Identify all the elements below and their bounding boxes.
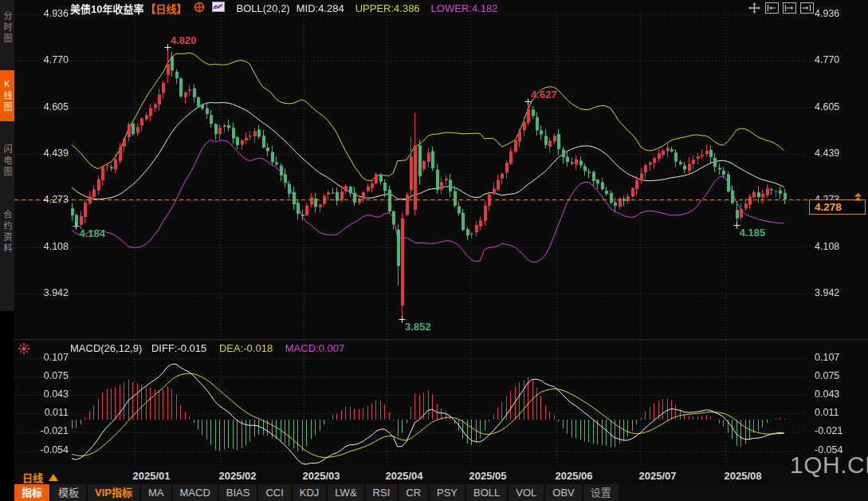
window-controls bbox=[748, 2, 814, 14]
zoom-in-range-icon[interactable] bbox=[765, 2, 779, 14]
toolbar-item-15[interactable]: 设置 bbox=[583, 484, 620, 501]
macd-y-axis-label-right: 0.043 bbox=[815, 389, 839, 400]
macd-header: MACD(26,12,9) DIFF:-0.015 DEA:-0.018 MAC… bbox=[70, 342, 344, 354]
main-y-axis-label-left: 4.605 bbox=[21, 101, 69, 112]
toolbar-item-7[interactable]: KDJ bbox=[293, 484, 328, 501]
x-axis-label: 2025/06 bbox=[556, 470, 593, 482]
macd-y-axis-label-left: -0.054 bbox=[21, 444, 69, 456]
macd-y-axis-label-right: 0.011 bbox=[815, 407, 839, 418]
mini-chart-icon[interactable] bbox=[212, 2, 225, 14]
toolbar-item-3[interactable]: MA bbox=[141, 484, 173, 501]
x-axis-label: 2025/04 bbox=[386, 470, 423, 482]
toolbar-item-12[interactable]: BOLL bbox=[466, 484, 509, 501]
indicator-settings-icon[interactable] bbox=[18, 342, 30, 355]
main-y-axis-label-right: 4.439 bbox=[815, 148, 839, 159]
x-axis-label: 2025/05 bbox=[469, 470, 507, 482]
main-chart-header: 美债10年收益率【日线】 BOLL(20,2) MID:4.284 UPPER:… bbox=[70, 2, 497, 14]
price-annotation: 4.184 bbox=[79, 227, 105, 239]
price-up-arrows-icon bbox=[853, 191, 863, 205]
toolbar-item-1[interactable]: 模板 bbox=[51, 484, 88, 501]
macd-indicator-label: MACD(26,12,9) bbox=[70, 342, 142, 354]
x-axis-label: 2025/08 bbox=[725, 470, 762, 482]
boll-indicator-label: BOLL(20,2) bbox=[236, 2, 289, 14]
toolbar-item-0[interactable]: 指标 bbox=[14, 484, 51, 501]
sidebar: 分时图K线图闪电图合约资料 bbox=[0, 0, 14, 501]
macd-y-axis-label-left: 0.075 bbox=[21, 370, 69, 381]
watermark: 1QH.CN bbox=[790, 452, 868, 479]
x-axis-label: 2025/02 bbox=[219, 470, 257, 482]
macd-dea-value: DEA:-0.018 bbox=[219, 342, 273, 354]
main-y-axis-label-left: 4.439 bbox=[21, 148, 69, 159]
main-y-axis-label-left: 4.936 bbox=[21, 8, 69, 19]
toolbar-item-6[interactable]: CCI bbox=[258, 484, 292, 501]
macd-y-axis-label-right: 0.107 bbox=[815, 352, 839, 363]
indicator-toolbar: 指标模板VIP指标MAMACDBIASCCIKDJLW&RSICRPSYBOLL… bbox=[14, 484, 868, 501]
toolbar-item-10[interactable]: CR bbox=[399, 484, 430, 501]
x-axis-label: 2025/01 bbox=[133, 470, 171, 482]
toolbar-item-8[interactable]: LW& bbox=[328, 484, 365, 501]
x-axis-label: 2025/03 bbox=[303, 470, 340, 482]
period-selector[interactable]: 日线 bbox=[22, 470, 58, 485]
macd-macd-value: MACD:0.007 bbox=[285, 342, 344, 354]
macd-y-axis-label-left: 0.011 bbox=[21, 407, 69, 418]
main-y-axis-label-left: 4.273 bbox=[21, 194, 69, 205]
toolbar-item-14[interactable]: OBV bbox=[545, 484, 583, 501]
price-annotation: 4.185 bbox=[740, 227, 766, 239]
main-y-axis-label-right: 4.605 bbox=[815, 101, 839, 112]
main-y-axis-label-left: 4.770 bbox=[21, 54, 69, 65]
macd-y-axis-label-right: 0.075 bbox=[815, 370, 839, 381]
toolbar-item-4[interactable]: MACD bbox=[173, 484, 219, 501]
zoom-out-range-icon[interactable] bbox=[783, 2, 796, 14]
boll-lower-value: LOWER:4.182 bbox=[431, 2, 498, 14]
macd-y-axis-label-right: -0.021 bbox=[815, 425, 842, 436]
boll-mid-value: MID:4.284 bbox=[297, 2, 344, 14]
sidebar-tab-1[interactable]: K线图 bbox=[0, 70, 14, 121]
period-tag: 【日线】 bbox=[145, 1, 187, 16]
chart-canvas[interactable] bbox=[0, 0, 868, 501]
macd-y-axis-label-left: 0.043 bbox=[21, 389, 69, 400]
main-y-axis-label-right: 4.770 bbox=[815, 54, 839, 65]
sidebar-tab-3[interactable]: 合约资料 bbox=[0, 196, 14, 268]
toolbar-item-5[interactable]: BIAS bbox=[219, 484, 259, 501]
main-y-axis-label-right: 4.108 bbox=[815, 241, 839, 252]
period-selector-label: 日线 bbox=[22, 470, 43, 485]
price-annotation: 4.627 bbox=[531, 89, 557, 101]
price-annotation: 3.852 bbox=[405, 321, 431, 333]
main-y-axis-label-right: 4.936 bbox=[815, 8, 839, 19]
macd-y-axis-label-left: -0.021 bbox=[21, 425, 69, 436]
pan-right-icon[interactable] bbox=[800, 2, 814, 14]
macd-diff-value: DIFF:-0.015 bbox=[151, 342, 206, 354]
instrument-title: 美债10年收益率 bbox=[70, 1, 143, 16]
sidebar-tab-0[interactable]: 分时图 bbox=[0, 2, 14, 54]
price-annotation: 4.820 bbox=[171, 34, 197, 46]
pan-crosshair-icon[interactable] bbox=[748, 2, 761, 14]
main-y-axis-label-right: 3.942 bbox=[815, 287, 839, 298]
toolbar-item-9[interactable]: RSI bbox=[366, 484, 399, 501]
target-icon[interactable] bbox=[194, 2, 205, 15]
app-window: 分时图K线图闪电图合约资料 美债10年收益率【日线】 BOLL(20,2) MI… bbox=[0, 0, 868, 501]
toolbar-item-11[interactable]: PSY bbox=[430, 484, 466, 501]
main-y-axis-label-left: 4.108 bbox=[21, 241, 69, 252]
boll-upper-value: UPPER:4.386 bbox=[355, 2, 420, 14]
main-y-axis-label-left: 3.942 bbox=[21, 287, 69, 298]
toolbar-item-2[interactable]: VIP指标 bbox=[88, 484, 141, 501]
triangle-up-icon bbox=[49, 474, 58, 481]
toolbar-item-13[interactable]: VOL bbox=[509, 484, 545, 501]
x-axis-label: 2025/07 bbox=[639, 470, 677, 482]
sidebar-tab-2[interactable]: 闪电图 bbox=[0, 134, 14, 188]
